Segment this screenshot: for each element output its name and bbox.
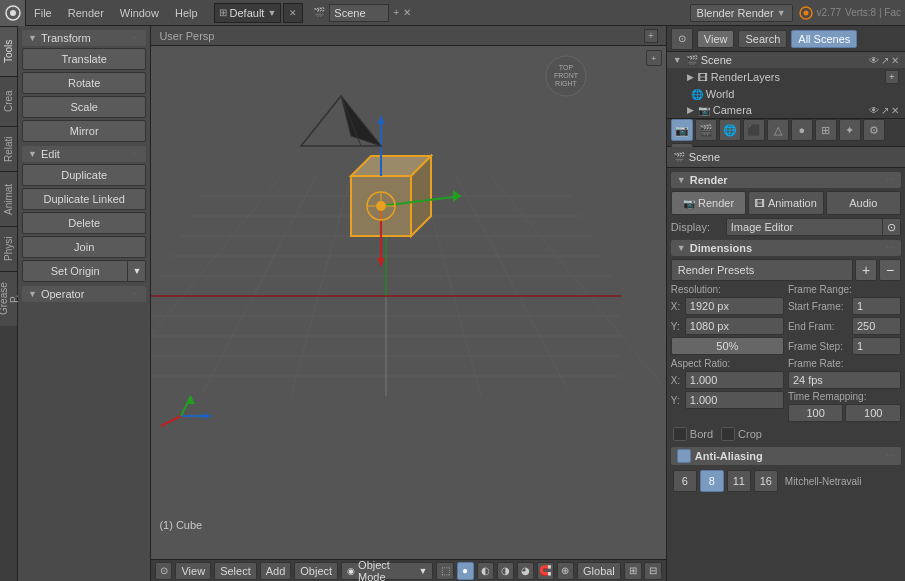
duplicate-linked-btn[interactable]: Duplicate Linked [22, 188, 146, 210]
select-menu-btn[interactable]: Select [214, 562, 257, 580]
prop-object-icon[interactable]: ⬛ [743, 119, 765, 141]
operator-header[interactable]: ▼ Operator ⋯ [22, 286, 146, 302]
tab-animation[interactable]: Animat [0, 171, 17, 226]
prop-particles-icon[interactable]: ✦ [839, 119, 861, 141]
res-x-input[interactable]: 1920 px [685, 297, 784, 315]
menu-render[interactable]: Render [60, 0, 112, 25]
display-value-btn[interactable]: Image Editor [726, 218, 883, 236]
tab-grease[interactable]: Grease P. [0, 271, 17, 326]
time-old-input[interactable]: 100 [788, 404, 844, 422]
delete-btn[interactable]: Delete [22, 212, 146, 234]
scene-input[interactable]: Scene [329, 4, 389, 22]
display-extra-btn[interactable]: ⊙ [883, 218, 901, 236]
res-y-input[interactable]: 1080 px [685, 317, 784, 335]
view-tab[interactable]: View [697, 30, 735, 48]
layout-selector[interactable]: ⊞ Default ▼ [214, 3, 282, 23]
menu-file[interactable]: File [26, 0, 60, 25]
add-menu-btn[interactable]: Add [260, 562, 292, 580]
global-selector[interactable]: Global [577, 562, 621, 580]
vp-shading-wire[interactable]: ⬚ [436, 562, 453, 580]
prop-texture-icon[interactable]: ⊞ [815, 119, 837, 141]
tab-physics[interactable]: Physi [0, 226, 17, 271]
frame-step-input[interactable]: 1 [852, 337, 901, 355]
dims-layout: Resolution: X: 1920 px Y: 1080 px 50% Fr… [671, 284, 901, 355]
presets-input[interactable]: Render Presets [671, 259, 853, 281]
presets-add-btn[interactable]: + [855, 259, 877, 281]
svg-line-20 [456, 176, 571, 396]
aa-checkbox[interactable] [677, 449, 691, 463]
all-scenes-tab[interactable]: All Scenes [791, 30, 857, 48]
snap-icon[interactable]: 🧲 [537, 562, 554, 580]
menu-help[interactable]: Help [167, 0, 206, 25]
prop-material-icon[interactable]: ● [791, 119, 813, 141]
vp-shading-mat[interactable]: ◑ [497, 562, 514, 580]
presets-remove-btn[interactable]: − [879, 259, 901, 281]
render-layers-item[interactable]: ▶ 🎞 RenderLayers + [667, 68, 905, 86]
tab-tools[interactable]: Tools [0, 26, 17, 76]
start-frame-input[interactable]: 1 [852, 297, 901, 315]
nav-btn-up[interactable]: + [646, 50, 662, 66]
aa-val-6[interactable]: 6 [673, 470, 697, 492]
edit-header[interactable]: ▼ Edit ⋯ [22, 146, 146, 162]
aa-val-8[interactable]: 8 [700, 470, 724, 492]
mirror-btn[interactable]: Mirror [22, 120, 146, 142]
join-btn[interactable]: Join [22, 236, 146, 258]
search-tab[interactable]: Search [738, 30, 787, 48]
view-menu-btn[interactable]: View [175, 562, 211, 580]
viewport-canvas[interactable]: TOP FRONT RIGHT (1) Cube + [151, 46, 665, 559]
object-menu-btn[interactable]: Object [294, 562, 338, 580]
mode-selector[interactable]: ◉ Object Mode ▼ [341, 562, 433, 580]
animation-btn[interactable]: 🎞 Animation [748, 191, 823, 215]
set-origin-arrow-btn[interactable]: ▼ [128, 260, 146, 282]
layers-btn2[interactable]: ⊟ [644, 562, 662, 580]
tab-relations[interactable]: Relati [0, 126, 17, 171]
viewport-controls: ⊙ View Select Add Object ◉ Object Mode ▼… [151, 559, 665, 581]
prop-scene-icon[interactable]: 🎬 [695, 119, 717, 141]
vp-shading-render[interactable]: ◕ [517, 562, 534, 580]
outliner-icon[interactable]: ⊙ [671, 28, 693, 50]
duplicate-btn[interactable]: Duplicate [22, 164, 146, 186]
prop-physics-icon[interactable]: ⚙ [863, 119, 885, 141]
pivot-icon[interactable]: ⊕ [557, 562, 574, 580]
camera-item[interactable]: ▶ 📷 Camera 👁 ↗ ✕ [667, 102, 905, 118]
viewport-type-icon[interactable]: ⊙ [155, 562, 172, 580]
aa-val-11[interactable]: 11 [727, 470, 751, 492]
set-origin-btn[interactable]: Set Origin [22, 260, 128, 282]
res-pct[interactable]: 50% [671, 337, 784, 355]
aspect-y-input[interactable]: 1.000 [685, 391, 784, 409]
tab-create[interactable]: Crea [0, 76, 17, 126]
bord-crop-row: Bord Crop [671, 425, 901, 443]
bord-checkbox[interactable]: Bord [673, 427, 713, 441]
layers-btn[interactable]: ⊞ [624, 562, 642, 580]
scene-item[interactable]: ▼ 🎬 Scene 👁 ↗ ✕ [667, 52, 905, 68]
vp-shading-solid[interactable]: ● [457, 562, 474, 580]
transform-header[interactable]: ▼ Transform ⋯ [22, 30, 146, 46]
engine-selector[interactable]: Blender Render ▼ [690, 4, 793, 22]
render-section-header[interactable]: ▼ Render ⋯ [671, 172, 901, 188]
render-btn[interactable]: 📷 Render [671, 191, 746, 215]
translate-btn[interactable]: Translate [22, 48, 146, 70]
prop-render-icon[interactable]: 📷 [671, 119, 693, 141]
time-new-input[interactable]: 100 [845, 404, 901, 422]
aspect-x-input[interactable]: 1.000 [685, 371, 784, 389]
prop-world-icon[interactable]: 🌐 [719, 119, 741, 141]
rotate-btn[interactable]: Rotate [22, 72, 146, 94]
menu-window[interactable]: Window [112, 0, 167, 25]
scale-btn[interactable]: Scale [22, 96, 146, 118]
fps-selector[interactable]: 24 fps [788, 371, 901, 389]
aa-section-header[interactable]: Anti-Aliasing ⋯ [671, 447, 901, 465]
dimensions-header[interactable]: ▼ Dimensions ⋯ [671, 240, 901, 256]
app-logo[interactable] [0, 0, 26, 26]
crop-checkbox[interactable]: Crop [721, 427, 762, 441]
audio-btn[interactable]: Audio [826, 191, 901, 215]
end-frame-input[interactable]: 250 [852, 317, 901, 335]
layout-close-btn[interactable]: ✕ [283, 3, 303, 23]
world-item[interactable]: 🌐 World [667, 86, 905, 102]
scene-name-label: Scene [689, 151, 720, 163]
aspect-y-row: Y: 1.000 [671, 391, 784, 409]
viewport-add-btn[interactable]: + [644, 29, 658, 43]
aa-val-16[interactable]: 16 [754, 470, 778, 492]
viewport: User Persp + [151, 26, 665, 581]
prop-mesh-icon[interactable]: △ [767, 119, 789, 141]
vp-shading-tex[interactable]: ◐ [477, 562, 494, 580]
